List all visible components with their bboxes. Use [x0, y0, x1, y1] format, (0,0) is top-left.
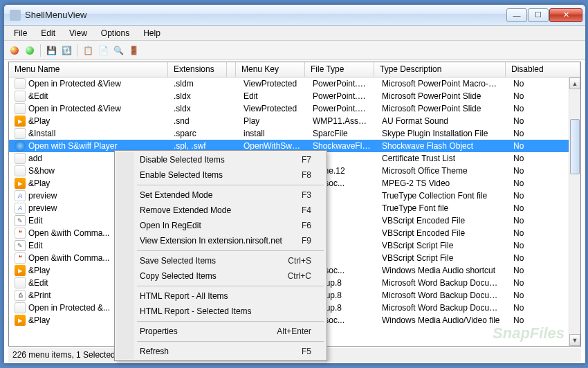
row-icon [15, 302, 26, 313]
context-item[interactable]: Disable Selected ItemsF7 [116, 152, 325, 167]
context-item[interactable]: HTML Report - Selected Items [116, 304, 325, 319]
table-row[interactable]: &Edit.sldxEditPowerPoint.Sli...Microsoft… [9, 90, 580, 102]
context-label: Copy Selected Items [140, 271, 217, 281]
cell-extensions: .sldx [168, 91, 227, 102]
vertical-scrollbar[interactable]: ▲ ▼ [569, 77, 580, 346]
row-icon [15, 290, 26, 301]
cell-type-desc: Windows Media Audio/Video file [376, 315, 508, 326]
copy-icon[interactable]: 📋 [82, 44, 94, 57]
cell-menu-name: Open &with Comma... [28, 228, 109, 238]
disable-icon[interactable] [8, 44, 21, 57]
cell-type-desc: Windows Media Audio shortcut [376, 265, 508, 276]
cell-menu-name: S&how [28, 166, 55, 176]
context-separator [137, 286, 324, 286]
context-item[interactable]: HTML Report - All Items [116, 288, 325, 304]
enable-icon[interactable] [24, 44, 36, 57]
cell-extensions: .sldm [168, 78, 227, 89]
row-icon [15, 228, 26, 239]
context-label: Save Selected Items [140, 256, 216, 266]
context-item[interactable]: Open In RegEditF6 [116, 218, 325, 233]
col-spacer[interactable] [227, 62, 236, 77]
context-label: HTML Report - All Items [140, 291, 228, 301]
context-label: View Extension In extension.nirsoft.net [140, 236, 282, 246]
menu-file[interactable]: File [7, 26, 34, 40]
context-shortcut: F8 [302, 170, 311, 180]
cell-spacer [227, 108, 238, 109]
col-disabled[interactable]: Disabled [506, 62, 580, 77]
cell-type-desc: MPEG-2 TS Video [376, 178, 508, 189]
cell-menu-name: &Play [28, 266, 50, 275]
context-shortcut: F4 [302, 205, 311, 215]
context-label: HTML Report - Selected Items [140, 306, 252, 316]
context-label: Refresh [140, 347, 169, 356]
context-item[interactable]: RefreshF5 [116, 344, 325, 359]
cell-extensions: .sparc [168, 128, 227, 139]
context-item[interactable]: Set Extended ModeF3 [116, 187, 325, 203]
context-item[interactable]: Save Selected ItemsCtrl+S [116, 253, 325, 268]
cell-type-desc: Microsoft Word Backup Docum... [376, 277, 508, 288]
menu-options[interactable]: Options [94, 26, 136, 40]
save-icon[interactable]: 💾 [45, 44, 57, 57]
cell-menu-name: Edit [28, 241, 43, 250]
menu-help[interactable]: Help [136, 26, 167, 40]
refresh-icon[interactable]: 🔃 [60, 44, 73, 57]
menu-edit[interactable]: Edit [34, 26, 62, 40]
col-extensions[interactable]: Extensions [168, 62, 227, 77]
col-menu-name[interactable]: Menu Name [9, 62, 168, 77]
cell-menu-key: ViewProtected [238, 78, 307, 89]
cell-spacer [227, 133, 238, 134]
context-shortcut: F9 [302, 236, 311, 246]
menubar: File Edit View Options Help [4, 26, 585, 41]
row-icon [15, 140, 26, 151]
cell-spacer [227, 120, 238, 122]
cell-type-desc: Skype Plugin Installation File [376, 128, 508, 139]
table-row[interactable]: &Play.sndPlayWMP11.Assoc...AU Format Sou… [9, 115, 580, 127]
col-file-type[interactable]: File Type [305, 62, 374, 77]
context-item[interactable]: Copy Selected ItemsCtrl+C [116, 268, 325, 284]
minimize-button[interactable]: — [506, 8, 527, 22]
maximize-button[interactable]: ☐ [528, 8, 549, 22]
cell-menu-name: &Play [28, 178, 50, 188]
scroll-down-icon[interactable]: ▼ [569, 334, 580, 346]
properties-icon[interactable]: 📄 [97, 44, 109, 57]
row-icon [15, 103, 26, 114]
cell-type-desc: Shockwave Flash Object [376, 140, 508, 151]
col-type-desc[interactable]: Type Description [374, 62, 506, 77]
context-item[interactable]: PropertiesAlt+Enter [116, 324, 325, 339]
cell-type-desc: Certificate Trust List [376, 153, 508, 164]
cell-menu-name: preview [28, 191, 57, 201]
cell-menu-name: Open with S&wiff Player [28, 141, 118, 151]
row-icon [15, 252, 26, 264]
cell-spacer [227, 83, 238, 84]
scroll-thumb[interactable] [570, 119, 580, 174]
context-item[interactable]: View Extension In extension.nirsoft.netF… [116, 233, 325, 248]
menu-view[interactable]: View [62, 26, 94, 40]
table-row[interactable]: Open in Protected &View.sldmViewProtecte… [9, 77, 580, 90]
cell-type-desc: VBScript Encoded File [376, 228, 508, 239]
context-item[interactable]: Enable Selected ItemsF8 [116, 167, 325, 183]
row-icon [15, 315, 26, 326]
cell-file-type: PowerPoint.Sli... [307, 91, 376, 102]
context-item[interactable]: Remove Extended ModeF4 [116, 203, 325, 218]
cell-menu-name: Edit [28, 216, 43, 226]
row-icon [15, 265, 26, 276]
cell-type-desc: VBScript Script File [376, 240, 508, 251]
cell-type-desc: VBScript Script File [376, 252, 508, 264]
table-row[interactable]: &Install.sparcinstallSparcFileSkype Plug… [9, 127, 580, 140]
exit-icon[interactable]: 🚪 [127, 44, 140, 57]
cell-file-type: PowerPoint.Sli... [307, 78, 376, 89]
context-label: Properties [140, 326, 178, 336]
context-label: Enable Selected Items [140, 170, 223, 180]
col-menu-key[interactable]: Menu Key [236, 62, 305, 77]
cell-menu-name: &Play [28, 315, 50, 325]
titlebar[interactable]: ShellMenuView — ☐ ✕ [4, 5, 585, 26]
row-icon [15, 240, 26, 251]
table-row[interactable]: Open in Protected &View.sldxViewProtecte… [9, 102, 580, 115]
row-icon [15, 165, 26, 176]
find-icon[interactable]: 🔍 [112, 44, 125, 57]
cell-menu-key: install [238, 128, 307, 139]
context-shortcut: F6 [302, 221, 311, 230]
app-icon [10, 10, 21, 21]
close-button[interactable]: ✕ [549, 8, 582, 22]
scroll-up-icon[interactable]: ▲ [569, 77, 580, 89]
